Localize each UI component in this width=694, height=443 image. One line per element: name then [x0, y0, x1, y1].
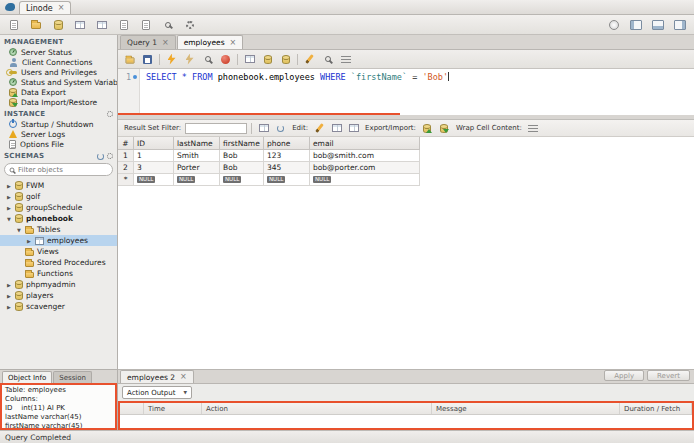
- close-tab-icon[interactable]: ×: [230, 39, 237, 47]
- grid-cell[interactable]: Smith: [174, 150, 220, 162]
- schema-item-scavenger[interactable]: ▶ scavenger: [0, 301, 117, 312]
- rollback-button[interactable]: [277, 52, 294, 67]
- grid-cell[interactable]: 3: [134, 162, 174, 174]
- toggle-secondary-sidebar-button[interactable]: [670, 16, 690, 33]
- chevron-right-icon[interactable]: ▶: [6, 293, 12, 299]
- export-recordset-button[interactable]: [256, 122, 271, 135]
- schemas-options-icon[interactable]: [107, 153, 113, 159]
- commit-button[interactable]: [259, 52, 276, 67]
- sidebar-item-options-file[interactable]: Options File: [0, 139, 117, 149]
- sidebar-item-server-logs[interactable]: Server Logs: [0, 129, 117, 139]
- grid-cell-null[interactable]: NULL: [220, 174, 264, 186]
- connection-tab-linode[interactable]: Linode ×: [19, 1, 71, 14]
- chevron-down-icon[interactable]: ▼: [6, 216, 12, 222]
- search-data-button[interactable]: [158, 16, 178, 33]
- grid-header-rownum[interactable]: #: [118, 137, 134, 150]
- grid-cell[interactable]: bob@smith.com: [310, 150, 420, 162]
- new-query-tab-button[interactable]: [4, 16, 24, 33]
- tab-session[interactable]: Session: [53, 371, 92, 383]
- tree-item-functions[interactable]: Functions: [0, 268, 117, 279]
- chevron-right-icon[interactable]: ▶: [26, 238, 32, 244]
- grid-cell[interactable]: 123: [264, 150, 310, 162]
- schema-filter-input[interactable]: [18, 166, 108, 174]
- grid-cell[interactable]: 345: [264, 162, 310, 174]
- close-tab-icon[interactable]: ×: [162, 39, 169, 47]
- schema-item-phonebook[interactable]: ▼ phonebook: [0, 213, 117, 224]
- tab-employees[interactable]: employees ×: [177, 35, 244, 49]
- row-number-cell[interactable]: 2: [118, 162, 134, 174]
- refresh-recordset-button[interactable]: [273, 122, 288, 135]
- chevron-right-icon[interactable]: ▶: [6, 183, 12, 189]
- chevron-down-icon[interactable]: ▼: [16, 227, 22, 233]
- schema-item-phpmyadmin[interactable]: ▶ phpmyadmin: [0, 279, 117, 290]
- explain-button[interactable]: [199, 52, 216, 67]
- grid-cell-null[interactable]: NULL: [174, 174, 220, 186]
- preferences-button[interactable]: [180, 16, 200, 33]
- toggle-output-button[interactable]: [648, 16, 668, 33]
- schema-item-fwm[interactable]: ▶ FWM: [0, 180, 117, 191]
- grid-cell[interactable]: Bob: [220, 162, 264, 174]
- row-number-cell[interactable]: 1: [118, 150, 134, 162]
- output-message-column[interactable]: Message: [432, 403, 620, 414]
- tree-item-views[interactable]: Views: [0, 246, 117, 257]
- sidebar-item-startup-shutdown[interactable]: Startup / Shutdown: [0, 119, 117, 129]
- create-procedure-button[interactable]: [114, 16, 134, 33]
- instance-section-header[interactable]: INSTANCE: [0, 107, 117, 119]
- toggle-stop-on-error-button[interactable]: [241, 52, 258, 67]
- sql-code-line[interactable]: SELECT * FROM phonebook.employees WHERE …: [140, 69, 449, 115]
- find-button[interactable]: [319, 52, 336, 67]
- sql-code-editor[interactable]: 1 SELECT * FROM phonebook.employees WHER…: [118, 69, 694, 115]
- schema-item-players[interactable]: ▶ players: [0, 290, 117, 301]
- sidebar-item-data-export[interactable]: Data Export: [0, 87, 117, 97]
- open-file-button[interactable]: [121, 52, 138, 67]
- tree-item-tables[interactable]: ▼ Tables: [0, 224, 117, 235]
- home-tab-button[interactable]: [3, 1, 17, 13]
- grid-header-id[interactable]: ID: [134, 137, 174, 150]
- sidebar-item-client-connections[interactable]: Client Connections: [0, 57, 117, 67]
- add-record-button[interactable]: [329, 122, 344, 135]
- wrap-text-button[interactable]: [337, 52, 354, 67]
- output-duration-column[interactable]: Duration / Fetch: [620, 403, 692, 414]
- create-schema-button[interactable]: [48, 16, 68, 33]
- grid-header-phone[interactable]: phone: [264, 137, 310, 150]
- connection-status-button[interactable]: [604, 16, 624, 33]
- tab-query-1[interactable]: Query 1 ×: [120, 35, 176, 49]
- tab-employees-2[interactable]: employees 2 ×: [120, 370, 194, 383]
- grid-header-lastname[interactable]: lastName: [174, 137, 220, 150]
- grid-cell-null[interactable]: NULL: [134, 174, 174, 186]
- sidebar-item-data-import[interactable]: Data Import/Restore: [0, 97, 117, 107]
- execute-current-button[interactable]: [181, 52, 198, 67]
- save-script-button[interactable]: [139, 52, 156, 67]
- toggle-sidebar-button[interactable]: [626, 16, 646, 33]
- create-view-button[interactable]: [92, 16, 112, 33]
- chevron-right-icon[interactable]: ▶: [6, 194, 12, 200]
- grid-cell[interactable]: bob@porter.com: [310, 162, 420, 174]
- tab-object-info[interactable]: Object Info: [2, 371, 52, 383]
- chevron-right-icon[interactable]: ▶: [6, 282, 12, 288]
- import-data-button[interactable]: [437, 122, 452, 135]
- sidebar-item-users-privileges[interactable]: Users and Privileges: [0, 67, 117, 77]
- result-filter-input[interactable]: [185, 123, 247, 134]
- export-data-button[interactable]: [420, 122, 435, 135]
- row-number-cell[interactable]: *: [118, 174, 134, 186]
- schema-item-groupschedule[interactable]: ▶ groupSchedule: [0, 202, 117, 213]
- tree-item-stored-procedures[interactable]: Stored Procedures: [0, 257, 117, 268]
- output-type-select[interactable]: Action Output ▼: [122, 386, 192, 399]
- close-tab-icon[interactable]: ×: [180, 373, 187, 381]
- chevron-right-icon[interactable]: ▶: [6, 205, 12, 211]
- schema-item-golf[interactable]: ▶ golf: [0, 191, 117, 202]
- sidebar-item-server-status[interactable]: Server Status: [0, 47, 117, 57]
- output-status-column[interactable]: [120, 403, 144, 414]
- delete-record-button[interactable]: [346, 122, 361, 135]
- apply-button[interactable]: Apply: [604, 370, 644, 381]
- revert-button[interactable]: Revert: [647, 370, 690, 381]
- sidebar-item-system-variables[interactable]: Status and System Variables: [0, 77, 117, 87]
- schemas-section-header[interactable]: SCHEMAS: [0, 149, 117, 161]
- execute-button[interactable]: [163, 52, 180, 67]
- close-tab-icon[interactable]: ×: [58, 4, 65, 12]
- chevron-right-icon[interactable]: ▶: [6, 304, 12, 310]
- create-table-button[interactable]: [70, 16, 90, 33]
- beautify-button[interactable]: [301, 52, 318, 67]
- create-function-button[interactable]: [136, 16, 156, 33]
- tree-item-employees[interactable]: ▶ employees: [0, 235, 117, 246]
